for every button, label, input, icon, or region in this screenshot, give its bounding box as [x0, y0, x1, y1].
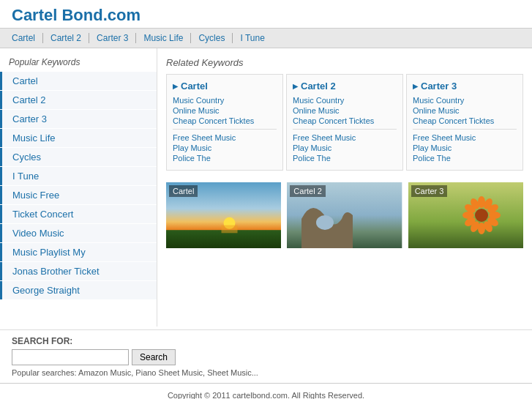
kw-link[interactable]: Free Sheet Music	[293, 133, 397, 142]
image-card-cartel: Cartel	[166, 182, 281, 248]
nav-item-music-life[interactable]: Music Life	[136, 33, 191, 43]
kw-card-title[interactable]: Cartel 2	[293, 81, 397, 92]
sidebar-item-cartel-2[interactable]: Cartel 2	[0, 91, 157, 109]
main-content: Popular Keywords CartelCartel 2Carter 3M…	[0, 48, 532, 327]
sidebar-title: Popular Keywords	[0, 54, 157, 72]
kw-link[interactable]: Music Country	[293, 96, 397, 105]
sidebar-item-cycles[interactable]: Cycles	[0, 148, 157, 166]
svg-rect-2	[222, 225, 238, 234]
sidebar-item-jonas-brother-ticket[interactable]: Jonas Brother Ticket	[0, 262, 157, 280]
content-area: Related Keywords CartelMusic CountryOnli…	[157, 48, 532, 327]
nav-item-cartel[interactable]: Cartel	[12, 33, 43, 43]
kw-link[interactable]: Police The	[413, 154, 517, 163]
sidebar-item-carter-3[interactable]: Carter 3	[0, 110, 157, 128]
svg-point-18	[475, 209, 488, 222]
sidebar-item-cartel[interactable]: Cartel	[0, 72, 157, 90]
sidebar-item-ticket-concert[interactable]: Ticket Concert	[0, 205, 157, 223]
kw-link[interactable]: Online Music	[173, 106, 277, 115]
kw-link[interactable]: Cheap Concert Ticktes	[293, 116, 397, 125]
navigation: CartelCartel 2Carter 3Music LifeCyclesI …	[0, 29, 532, 48]
kw-link[interactable]: Play Music	[173, 143, 277, 152]
search-section: SEARCH FOR: Search Popular searches: Ama…	[0, 329, 532, 383]
kw-link[interactable]: Play Music	[293, 143, 397, 152]
image-card-carter-3: Carter 3	[408, 182, 523, 248]
kw-link[interactable]: Free Sheet Music	[413, 133, 517, 142]
kw-link[interactable]: Online Music	[293, 106, 397, 115]
kw-link[interactable]: Play Music	[413, 143, 517, 152]
kw-link[interactable]: Music Country	[173, 96, 277, 105]
image-cards: CartelCartel 2Carter 3	[166, 182, 523, 248]
sidebar-item-george-straight[interactable]: George Straight	[0, 281, 157, 299]
search-input[interactable]	[12, 349, 129, 365]
kw-link[interactable]: Online Music	[413, 106, 517, 115]
search-button[interactable]: Search	[132, 349, 176, 365]
nav-item-carter-3[interactable]: Carter 3	[89, 33, 136, 43]
kw-link[interactable]: Cheap Concert Ticktes	[173, 116, 277, 125]
sidebar-item-music-life[interactable]: Music Life	[0, 129, 157, 147]
kw-card-title[interactable]: Carter 3	[413, 81, 517, 92]
kw-card-title[interactable]: Cartel	[173, 81, 277, 92]
keyword-card-carter-3: Carter 3Music CountryOnline MusicCheap C…	[406, 74, 523, 171]
search-label: SEARCH FOR:	[12, 336, 520, 346]
search-row: Search	[12, 349, 520, 365]
image-card-label: Cartel	[169, 185, 198, 197]
keyword-card-cartel: CartelMusic CountryOnline MusicCheap Con…	[166, 74, 283, 171]
nav-item-cartel-2[interactable]: Cartel 2	[43, 33, 89, 43]
sidebar-item-music-playlist-my[interactable]: Music Playlist My	[0, 243, 157, 261]
keyword-card-cartel-2: Cartel 2Music CountryOnline MusicCheap C…	[286, 74, 403, 171]
nav-item-cycles[interactable]: Cycles	[191, 33, 233, 43]
kw-link[interactable]: Police The	[293, 154, 397, 163]
image-card-cartel-2: Cartel 2	[287, 182, 402, 248]
sidebar-item-video-music[interactable]: Video Music	[0, 224, 157, 242]
sidebar-item-music-free[interactable]: Music Free	[0, 186, 157, 204]
keyword-cards: CartelMusic CountryOnline MusicCheap Con…	[166, 74, 523, 171]
site-title: Cartel Bond.com	[12, 6, 520, 25]
svg-point-4	[316, 215, 334, 230]
kw-link[interactable]: Music Country	[413, 96, 517, 105]
kw-link[interactable]: Free Sheet Music	[173, 133, 277, 142]
image-card-label: Carter 3	[411, 185, 448, 197]
kw-link[interactable]: Cheap Concert Ticktes	[413, 116, 517, 125]
popular-searches: Popular searches: Amazon Music, Piano Sh…	[12, 368, 520, 377]
sidebar: Popular Keywords CartelCartel 2Carter 3M…	[0, 48, 157, 327]
image-card-label: Cartel 2	[290, 185, 326, 197]
related-title: Related Keywords	[166, 54, 523, 74]
footer: Copyright © 2011 cartelbond.com. All Rig…	[0, 383, 532, 399]
site-header: Cartel Bond.com	[0, 0, 532, 29]
kw-link[interactable]: Police The	[173, 154, 277, 163]
sidebar-item-i-tune[interactable]: I Tune	[0, 167, 157, 185]
footer-copyright: Copyright © 2011 cartelbond.com. All Rig…	[7, 391, 525, 399]
nav-item-i-tune[interactable]: I Tune	[233, 33, 271, 43]
